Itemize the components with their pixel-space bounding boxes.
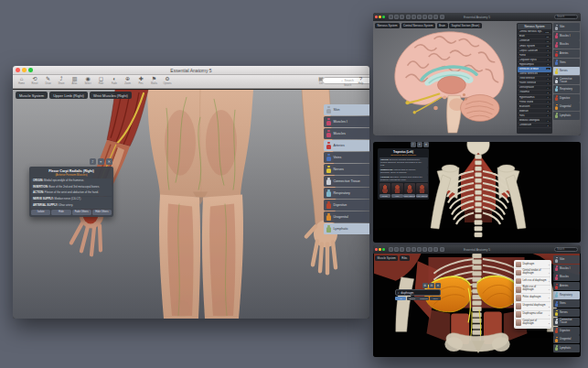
system-toggle[interactable]: Muscles xyxy=(324,128,369,139)
popup-action-button[interactable]: Hide xyxy=(51,210,70,215)
structures-panel-header[interactable]: Nervous System xyxy=(518,24,551,29)
toolbar-button[interactable]: ◐ Fade xyxy=(109,76,121,85)
toolbar-icon[interactable] xyxy=(440,247,444,252)
toolbar-button[interactable]: ◻ Hide xyxy=(95,76,107,85)
search-result-item[interactable]: Diaphragma sellae 1 xyxy=(515,311,551,319)
system-toggle[interactable]: Arteries xyxy=(553,282,580,290)
toolbar-button[interactable]: ⚑ Marks xyxy=(148,76,160,85)
toolbar-button[interactable]: ⟲ Reset xyxy=(29,76,41,85)
zoom-button[interactable] xyxy=(382,248,385,251)
search-filter-tab[interactable]: All xyxy=(395,297,406,300)
breadcrumb-chip[interactable]: Central Nervous System xyxy=(401,23,436,28)
toolbar-icon[interactable] xyxy=(394,247,399,252)
toolbar-icon[interactable] xyxy=(412,247,416,252)
popup-tool-icon[interactable]: ✕ xyxy=(106,158,113,166)
popup-action-button[interactable]: Fade Others xyxy=(72,210,91,215)
action-thumbnail[interactable] xyxy=(391,183,403,193)
action-thumbnail[interactable] xyxy=(380,183,391,193)
close-button[interactable] xyxy=(16,68,20,72)
system-toggle[interactable]: Skin xyxy=(324,104,369,115)
popup-tool-icon[interactable]: ⤴ xyxy=(90,158,97,166)
diaphragm-titlebar[interactable]: Essential Anatomy 5 Search xyxy=(373,245,581,254)
zoom-button[interactable] xyxy=(382,16,385,18)
breadcrumb-chip[interactable]: Upper Limb (Right) xyxy=(49,92,88,99)
system-toggle[interactable]: Muscles xyxy=(553,40,580,49)
system-toggle[interactable]: Arteries xyxy=(324,140,369,151)
system-toggle[interactable]: Digestive xyxy=(324,200,369,211)
search-result-item[interactable]: Costal part of diaphragm 2 xyxy=(515,319,551,328)
toolbar-icon[interactable] xyxy=(428,15,433,19)
system-toggle[interactable]: Connective Tissue xyxy=(553,76,580,84)
3d-viewport[interactable]: Muscle System Upper Limb (Right) Wrist M… xyxy=(13,90,369,319)
toolbar-icon[interactable] xyxy=(433,247,438,252)
panel-action-button[interactable]: Hide Others xyxy=(416,194,428,198)
system-toggle[interactable]: Muscles xyxy=(553,273,580,281)
toolbar-icon[interactable] xyxy=(417,15,422,19)
toolbar-button[interactable]: ⊕ Zoom xyxy=(122,76,134,85)
toolbar-icon[interactable] xyxy=(400,247,404,252)
toolbar-icon[interactable] xyxy=(389,15,393,19)
toolbar-icon[interactable] xyxy=(400,15,404,19)
system-toggle[interactable]: Nerves xyxy=(553,308,580,317)
system-toggle[interactable]: Skin xyxy=(553,255,580,264)
breadcrumb-chip[interactable]: Muscle System xyxy=(375,255,398,261)
popup-tool-icon[interactable]: ⌖ xyxy=(98,158,105,166)
panel-tool-icon[interactable]: ✕ xyxy=(423,142,429,147)
search-panel-tool-icon[interactable]: ✕ xyxy=(435,283,441,288)
search-filter-tab[interactable]: Muscles xyxy=(418,297,429,300)
search-panel-tool-icon[interactable]: ⊕ xyxy=(422,283,428,288)
toolbar-button[interactable]: ✎ Draw xyxy=(42,76,54,85)
popup-action-button[interactable]: Isolate xyxy=(31,210,50,215)
search-input[interactable]: Search xyxy=(554,15,578,19)
search-result-item[interactable]: Urogenital diaphragm 3 xyxy=(515,302,551,310)
toolbar-icon[interactable] xyxy=(406,15,411,19)
system-toggle[interactable]: Nerves xyxy=(553,67,580,75)
breadcrumb-chip[interactable]: Wrist Muscles (Right) xyxy=(90,92,132,99)
3d-viewport[interactable]: Nervous System Central Nervous System Br… xyxy=(373,21,581,135)
panel-action-button[interactable]: Fade Others xyxy=(403,194,415,198)
system-toggle[interactable]: Arteries xyxy=(553,49,580,58)
toolbar-icon[interactable] xyxy=(440,15,444,19)
search-filter-tab[interactable]: More xyxy=(430,297,441,300)
panel-action-button[interactable]: Hide xyxy=(391,194,403,198)
toolbar-button[interactable]: ✚ Pins xyxy=(135,76,147,85)
system-toggle[interactable]: Nerves xyxy=(324,164,369,175)
system-toggle[interactable]: Muscles I xyxy=(324,116,369,127)
system-toggle[interactable]: Veins xyxy=(553,59,580,67)
toolbar-button[interactable]: ⌂ Home xyxy=(16,76,27,85)
panel-tool-icon[interactable]: ⌖ xyxy=(417,142,422,147)
toolbar-icon[interactable] xyxy=(422,247,427,252)
system-toggle[interactable]: Muscles I xyxy=(553,32,580,40)
minimize-button[interactable] xyxy=(379,248,381,251)
help-button[interactable]: ? Help xyxy=(355,76,367,85)
action-thumbnail[interactable] xyxy=(404,183,416,193)
toolbar-button[interactable]: ⤴ Share xyxy=(56,76,68,85)
toolbar-icon[interactable] xyxy=(417,247,422,252)
popup-action-button[interactable]: Hide Others xyxy=(92,210,112,215)
system-toggle[interactable]: Respiratory xyxy=(553,85,580,93)
system-toggle[interactable]: Urogenital xyxy=(553,335,580,343)
system-toggle[interactable]: Veins xyxy=(324,152,369,163)
system-toggle[interactable]: Urogenital xyxy=(324,211,369,222)
toolbar-icon[interactable] xyxy=(428,247,433,252)
system-toggle[interactable]: Veins xyxy=(553,299,580,308)
toolbar-icon[interactable] xyxy=(394,15,399,19)
toolbar-icon[interactable] xyxy=(422,15,427,19)
close-button[interactable] xyxy=(375,248,378,251)
toolbar-icon[interactable] xyxy=(433,15,438,19)
breadcrumb-chip[interactable]: Muscle System xyxy=(16,92,48,99)
system-toggle[interactable]: Lymphatic xyxy=(553,344,580,352)
system-toggle[interactable]: Lymphatic xyxy=(324,223,369,234)
system-toggle[interactable]: Connective Tissue xyxy=(553,318,580,326)
search-result-item[interactable]: Pelvic diaphragm 6 xyxy=(515,294,551,302)
breadcrumb-chip[interactable]: Sagittal Section (Brain) xyxy=(449,23,482,28)
close-button[interactable] xyxy=(375,16,378,18)
search-result-item[interactable]: Left crus of diaphragm 1 xyxy=(515,277,551,286)
3d-viewport[interactable]: ⤴ ⌖ ✕ Trapezius (Left) (Superficial Back… xyxy=(373,142,581,243)
system-toggle[interactable]: Respiratory xyxy=(324,188,369,199)
search-filter-tab[interactable]: Bones xyxy=(407,297,418,300)
main-titlebar[interactable]: Essential Anatomy 5 xyxy=(13,66,369,75)
3d-viewport[interactable]: Muscle System Ribs ⊕ ⊖ ✕ ⌕ diap xyxy=(373,254,581,357)
toolbar-icon[interactable] xyxy=(389,247,393,252)
toolbar-button[interactable]: ⚙ Options xyxy=(162,76,174,85)
